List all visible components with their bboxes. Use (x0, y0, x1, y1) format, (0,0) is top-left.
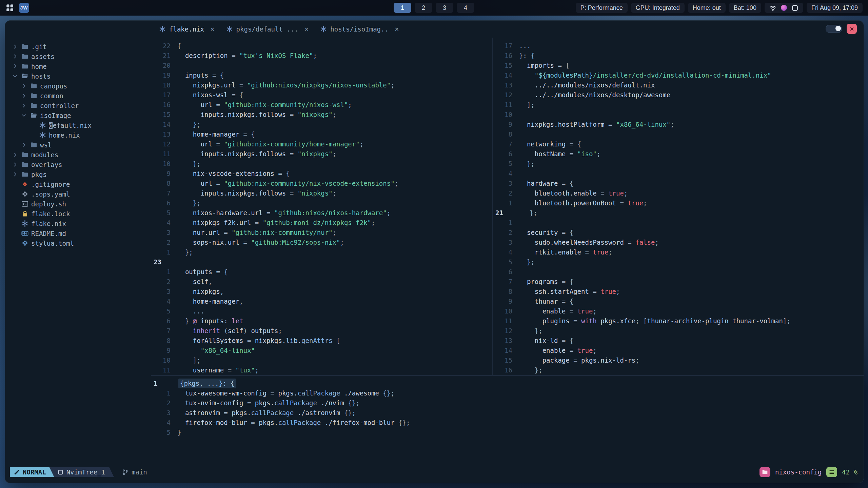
code-line[interactable]: 6 (493, 267, 864, 277)
code-line[interactable]: 6 hostName = "iso"; (493, 149, 864, 159)
tree-item-isoimage[interactable]: isoImage (5, 110, 151, 120)
code-line[interactable]: 20 (151, 61, 492, 70)
code-line[interactable]: 7 inherit (self) outputs; (151, 326, 492, 336)
tree-item-flake-lock[interactable]: flake.lock (5, 209, 151, 219)
tab-hosts-isoimag-[interactable]: hosts/isoImag..× (317, 24, 401, 35)
code-line[interactable]: 3 nixpkgs, (151, 287, 492, 297)
tree-item--git[interactable]: .git (5, 42, 151, 52)
code-line[interactable]: 3 sudo.wheelNeedsPassword = false; (493, 238, 864, 247)
tree-item-canopus[interactable]: canopus (5, 81, 151, 91)
tab-pkgs-default-[interactable]: pkgs/default ...× (223, 24, 312, 35)
tab-close-icon[interactable]: × (395, 25, 399, 33)
code-line[interactable]: 23 (151, 257, 492, 267)
code-line[interactable]: 3 nur.url = "github:nix-community/nur"; (151, 228, 492, 238)
code-line[interactable]: 16}: { (493, 51, 864, 61)
code-line[interactable]: 9 nix-vscode-extensions = { (151, 169, 492, 179)
code-line[interactable]: 3 hardware = { (493, 179, 864, 188)
code-line[interactable]: 17... (493, 41, 864, 51)
code-line[interactable]: 17 nixos-wsl = { (151, 90, 492, 100)
tree-item-default-nix[interactable]: default.nix (5, 120, 151, 130)
code-line[interactable]: 14 "${modulesPath}/installer/cd-dvd/inst… (493, 70, 864, 80)
app-launcher-icon[interactable] (5, 3, 14, 12)
code-line[interactable]: 2 sops-nix.url = "github:Mic92/sops-nix"… (151, 238, 492, 247)
tree-item-modules[interactable]: modules (5, 150, 151, 160)
code-line[interactable]: 4 firefox-mod-blur = pkgs.callPackage ./… (151, 418, 864, 428)
code-line[interactable]: 13 ../../modules/nixos/default.nix (493, 80, 864, 90)
code-line[interactable]: 19 inputs = { (151, 70, 492, 80)
wifi-icon[interactable] (769, 4, 776, 12)
tree-item--gitignore[interactable]: .gitignore (5, 179, 151, 189)
code-line[interactable]: 12 url = "github:nix-community/home-mana… (151, 139, 492, 149)
workspace-1[interactable]: 1 (394, 3, 411, 13)
tree-item-hosts[interactable]: hosts (5, 71, 151, 81)
code-line[interactable]: 12 ../../modules/nixos/desktop/awesome (493, 90, 864, 100)
tree-item-home[interactable]: home (5, 61, 151, 71)
code-line[interactable]: 15 inputs.nixpkgs.follows = "nixpkgs"; (151, 110, 492, 120)
code-line[interactable]: 5 ... (151, 306, 492, 316)
code-line[interactable]: 11 inputs.nixpkgs.follows = "nixpkgs"; (151, 149, 492, 159)
code-line[interactable]: 6 } @ inputs: let (151, 316, 492, 326)
window-toggle[interactable] (826, 25, 842, 33)
tree-item-readme-md[interactable]: README.md (5, 228, 151, 238)
code-line[interactable]: 2 tux-nvim-config = pkgs.callPackage ./n… (151, 398, 864, 408)
code-line[interactable]: 12 }; (493, 326, 864, 336)
code-line[interactable]: 11 plugins = with pkgs.xfce; [thunar-arc… (493, 316, 864, 326)
tree-item-assets[interactable]: assets (5, 52, 151, 61)
tree-item-stylua-toml[interactable]: stylua.toml (5, 238, 151, 248)
code-line[interactable]: 1{pkgs, ...}: { (151, 379, 864, 388)
code-line[interactable]: 4 home-manager, (151, 297, 492, 306)
code-line[interactable]: 1 (493, 218, 864, 228)
code-line[interactable]: 18 nixpkgs.url = "github:nixos/nixpkgs/n… (151, 80, 492, 90)
code-line[interactable]: 1 tux-awesome-wm-config = pkgs.callPacka… (151, 388, 864, 398)
code-line[interactable]: 16 }; (493, 365, 864, 375)
code-line[interactable]: 14 }; (151, 120, 492, 129)
code-line[interactable]: 4 rtkit.enable = true; (493, 247, 864, 257)
code-line[interactable]: 1 bluetooth.powerOnBoot = true; (493, 198, 864, 208)
tree-item-deploy-sh[interactable]: deploy.sh (5, 199, 151, 209)
tree-item--sops-yaml[interactable]: .sops.yaml (5, 189, 151, 199)
tree-item-controller[interactable]: controller (5, 101, 151, 110)
code-line[interactable]: 22{ (151, 41, 492, 51)
tree-item-pkgs[interactable]: pkgs (5, 169, 151, 179)
code-line[interactable]: 16 url = "github:nix-community/nixos-wsl… (151, 100, 492, 110)
tree-item-wsl[interactable]: wsl (5, 140, 151, 150)
code-line[interactable]: 13 nix-ld = { (493, 336, 864, 346)
tab-close-icon[interactable]: × (210, 25, 215, 33)
code-line[interactable]: 5 }; (493, 159, 864, 169)
code-line[interactable]: 10 ]; (151, 355, 492, 365)
code-line[interactable]: 5 nixos-hardware.url = "github:nixos/nix… (151, 208, 492, 218)
code-line[interactable]: 1 }; (151, 247, 492, 257)
code-line[interactable]: 11 username = "tux"; (151, 365, 492, 375)
tab-flake-nix[interactable]: flake.nix× (156, 24, 217, 35)
code-line[interactable]: 13 home-manager = { (151, 129, 492, 139)
tab-close-icon[interactable]: × (304, 25, 309, 33)
tree-item-common[interactable]: common (5, 91, 151, 101)
code-line[interactable]: 4 nixpkgs-f2k.url = "github:moni-dz/nixp… (151, 218, 492, 228)
code-line[interactable]: 8 ssh.startAgent = true; (493, 287, 864, 297)
code-line[interactable]: 7 programs = { (493, 277, 864, 287)
code-line[interactable]: 2 self, (151, 277, 492, 287)
code-line[interactable]: 2 bluetooth.enable = true; (493, 188, 864, 198)
hue-icon[interactable] (781, 5, 787, 11)
logo-badge[interactable]: JW (19, 3, 29, 13)
tree-item-overlays[interactable]: overlays (5, 160, 151, 169)
workspace-3[interactable]: 3 (436, 3, 453, 13)
code-line[interactable]: 11 ]; (493, 100, 864, 110)
code-line[interactable]: 7 inputs.nixpkgs.follows = "nixpkgs"; (151, 188, 492, 198)
code-line[interactable]: 15 package = pkgs.nix-ld-rs; (493, 355, 864, 365)
tree-item-home-nix[interactable]: home.nix (5, 130, 151, 140)
code-line[interactable]: 9 nixpkgs.hostPlatform = "x86_64-linux"; (493, 120, 864, 129)
code-line[interactable]: 14 enable = true; (493, 346, 864, 355)
code-line[interactable]: 6 }; (151, 198, 492, 208)
code-line[interactable]: 2 security = { (493, 228, 864, 238)
code-line[interactable]: 21 }; (493, 208, 864, 218)
code-line[interactable]: 10 (493, 110, 864, 120)
code-line[interactable]: 4 (493, 169, 864, 179)
workspace-2[interactable]: 2 (415, 3, 432, 13)
code-line[interactable]: 15 imports = [ (493, 61, 864, 70)
code-line[interactable]: 3 astronvim = pkgs.callPackage ./astronv… (151, 408, 864, 418)
tree-item-flake-nix[interactable]: flake.nix (5, 219, 151, 228)
code-line[interactable]: 8 forAllSystems = nixpkgs.lib.genAttrs [ (151, 336, 492, 346)
code-line[interactable]: 9 thunar = { (493, 297, 864, 306)
code-line[interactable]: 7 networking = { (493, 139, 864, 149)
